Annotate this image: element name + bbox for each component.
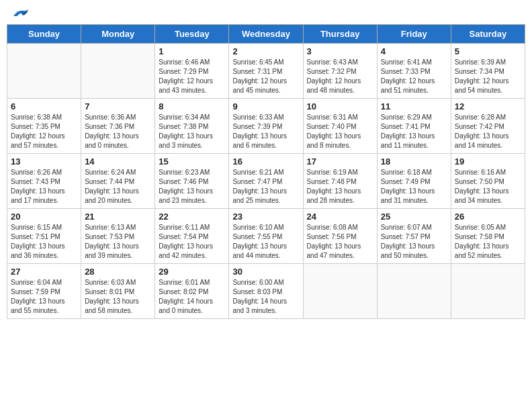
calendar-cell: 1Sunrise: 6:46 AM Sunset: 7:29 PM Daylig… <box>155 44 229 99</box>
calendar-cell: 27Sunrise: 6:04 AM Sunset: 7:59 PM Dayli… <box>7 264 81 319</box>
day-number: 10 <box>307 101 373 111</box>
day-info: Sunrise: 6:18 AM Sunset: 7:49 PM Dayligh… <box>381 168 447 205</box>
calendar-cell <box>7 44 81 99</box>
calendar-cell: 28Sunrise: 6:03 AM Sunset: 8:01 PM Dayli… <box>81 264 155 319</box>
calendar-week-2: 6Sunrise: 6:38 AM Sunset: 7:35 PM Daylig… <box>7 99 525 154</box>
calendar-week-4: 20Sunrise: 6:15 AM Sunset: 7:51 PM Dayli… <box>7 209 525 264</box>
day-header-sunday: Sunday <box>7 25 81 44</box>
day-header-thursday: Thursday <box>303 25 377 44</box>
day-number: 24 <box>307 212 373 222</box>
day-number: 16 <box>232 156 299 167</box>
day-info: Sunrise: 6:39 AM Sunset: 7:34 PM Dayligh… <box>455 58 521 95</box>
calendar-cell <box>377 264 451 319</box>
day-info: Sunrise: 6:10 AM Sunset: 7:55 PM Dayligh… <box>232 223 299 261</box>
calendar-cell: 4Sunrise: 6:41 AM Sunset: 7:33 PM Daylig… <box>377 44 451 99</box>
day-number: 23 <box>232 212 299 222</box>
calendar-week-5: 27Sunrise: 6:04 AM Sunset: 7:59 PM Dayli… <box>7 264 525 319</box>
day-number: 20 <box>11 212 77 222</box>
day-info: Sunrise: 6:36 AM Sunset: 7:36 PM Dayligh… <box>85 113 151 150</box>
calendar-week-3: 13Sunrise: 6:26 AM Sunset: 7:43 PM Dayli… <box>7 154 525 209</box>
day-info: Sunrise: 6:43 AM Sunset: 7:32 PM Dayligh… <box>307 58 373 95</box>
day-number: 15 <box>159 156 225 167</box>
day-number: 8 <box>159 101 225 111</box>
day-info: Sunrise: 6:13 AM Sunset: 7:53 PM Dayligh… <box>85 223 151 261</box>
day-info: Sunrise: 6:41 AM Sunset: 7:33 PM Dayligh… <box>381 58 447 95</box>
day-info: Sunrise: 6:33 AM Sunset: 7:39 PM Dayligh… <box>232 113 299 150</box>
day-number: 7 <box>85 101 151 111</box>
calendar-cell: 21Sunrise: 6:13 AM Sunset: 7:53 PM Dayli… <box>81 209 155 264</box>
day-header-wednesday: Wednesday <box>229 25 303 44</box>
day-info: Sunrise: 6:16 AM Sunset: 7:50 PM Dayligh… <box>455 168 521 205</box>
day-info: Sunrise: 6:04 AM Sunset: 7:59 PM Dayligh… <box>11 278 77 316</box>
calendar-cell: 5Sunrise: 6:39 AM Sunset: 7:34 PM Daylig… <box>451 44 525 99</box>
day-header-monday: Monday <box>81 25 155 44</box>
calendar-cell: 17Sunrise: 6:19 AM Sunset: 7:48 PM Dayli… <box>303 154 377 209</box>
page-header <box>7 7 525 19</box>
calendar-cell: 9Sunrise: 6:33 AM Sunset: 7:39 PM Daylig… <box>229 99 303 154</box>
calendar-cell: 22Sunrise: 6:11 AM Sunset: 7:54 PM Dayli… <box>155 209 229 264</box>
day-info: Sunrise: 6:07 AM Sunset: 7:57 PM Dayligh… <box>381 223 447 261</box>
day-number: 4 <box>381 46 447 56</box>
calendar-cell <box>451 264 525 319</box>
day-info: Sunrise: 6:23 AM Sunset: 7:46 PM Dayligh… <box>159 168 225 205</box>
day-number: 25 <box>381 212 447 222</box>
calendar-cell <box>303 264 377 319</box>
day-number: 17 <box>307 156 373 167</box>
logo <box>9 7 30 19</box>
calendar-cell: 18Sunrise: 6:18 AM Sunset: 7:49 PM Dayli… <box>377 154 451 209</box>
day-info: Sunrise: 6:08 AM Sunset: 7:56 PM Dayligh… <box>307 223 373 261</box>
calendar-cell: 19Sunrise: 6:16 AM Sunset: 7:50 PM Dayli… <box>451 154 525 209</box>
day-number: 14 <box>85 156 151 167</box>
day-number: 3 <box>307 46 373 56</box>
day-number: 19 <box>455 156 521 167</box>
day-info: Sunrise: 6:11 AM Sunset: 7:54 PM Dayligh… <box>159 223 225 261</box>
day-header-tuesday: Tuesday <box>155 25 229 44</box>
day-number: 9 <box>232 101 299 111</box>
day-info: Sunrise: 6:28 AM Sunset: 7:42 PM Dayligh… <box>455 113 521 150</box>
day-info: Sunrise: 6:26 AM Sunset: 7:43 PM Dayligh… <box>11 168 77 205</box>
day-info: Sunrise: 6:05 AM Sunset: 7:58 PM Dayligh… <box>455 223 521 261</box>
day-info: Sunrise: 6:00 AM Sunset: 8:03 PM Dayligh… <box>232 278 299 316</box>
day-number: 6 <box>11 101 77 111</box>
day-info: Sunrise: 6:24 AM Sunset: 7:44 PM Dayligh… <box>85 168 151 205</box>
calendar-cell: 12Sunrise: 6:28 AM Sunset: 7:42 PM Dayli… <box>451 99 525 154</box>
calendar-cell: 6Sunrise: 6:38 AM Sunset: 7:35 PM Daylig… <box>7 99 81 154</box>
calendar-cell: 3Sunrise: 6:43 AM Sunset: 7:32 PM Daylig… <box>303 44 377 99</box>
day-number: 11 <box>381 101 447 111</box>
day-info: Sunrise: 6:31 AM Sunset: 7:40 PM Dayligh… <box>307 113 373 150</box>
day-info: Sunrise: 6:01 AM Sunset: 8:02 PM Dayligh… <box>159 278 225 316</box>
day-info: Sunrise: 6:46 AM Sunset: 7:29 PM Dayligh… <box>159 58 225 95</box>
day-info: Sunrise: 6:29 AM Sunset: 7:41 PM Dayligh… <box>381 113 447 150</box>
calendar-cell: 20Sunrise: 6:15 AM Sunset: 7:51 PM Dayli… <box>7 209 81 264</box>
calendar-table: SundayMondayTuesdayWednesdayThursdayFrid… <box>7 24 525 319</box>
day-number: 30 <box>232 267 299 277</box>
calendar-cell: 14Sunrise: 6:24 AM Sunset: 7:44 PM Dayli… <box>81 154 155 209</box>
day-number: 12 <box>455 101 521 111</box>
day-number: 5 <box>455 46 521 56</box>
calendar-body: 1Sunrise: 6:46 AM Sunset: 7:29 PM Daylig… <box>7 44 525 319</box>
calendar-cell: 7Sunrise: 6:36 AM Sunset: 7:36 PM Daylig… <box>81 99 155 154</box>
calendar-cell: 2Sunrise: 6:45 AM Sunset: 7:31 PM Daylig… <box>229 44 303 99</box>
calendar-header-row: SundayMondayTuesdayWednesdayThursdayFrid… <box>7 25 525 44</box>
day-info: Sunrise: 6:19 AM Sunset: 7:48 PM Dayligh… <box>307 168 373 205</box>
day-number: 26 <box>455 212 521 222</box>
day-header-saturday: Saturday <box>451 25 525 44</box>
calendar-cell: 16Sunrise: 6:21 AM Sunset: 7:47 PM Dayli… <box>229 154 303 209</box>
calendar-cell: 15Sunrise: 6:23 AM Sunset: 7:46 PM Dayli… <box>155 154 229 209</box>
calendar-cell: 10Sunrise: 6:31 AM Sunset: 7:40 PM Dayli… <box>303 99 377 154</box>
day-info: Sunrise: 6:15 AM Sunset: 7:51 PM Dayligh… <box>11 223 77 261</box>
day-header-friday: Friday <box>377 25 451 44</box>
day-number: 13 <box>11 156 77 167</box>
day-number: 2 <box>232 46 299 56</box>
calendar-cell: 25Sunrise: 6:07 AM Sunset: 7:57 PM Dayli… <box>377 209 451 264</box>
calendar-cell: 11Sunrise: 6:29 AM Sunset: 7:41 PM Dayli… <box>377 99 451 154</box>
day-info: Sunrise: 6:21 AM Sunset: 7:47 PM Dayligh… <box>232 168 299 205</box>
day-number: 18 <box>381 156 447 167</box>
calendar-cell <box>81 44 155 99</box>
day-number: 27 <box>11 267 77 277</box>
logo-bird-icon <box>11 7 30 21</box>
calendar-cell: 24Sunrise: 6:08 AM Sunset: 7:56 PM Dayli… <box>303 209 377 264</box>
day-info: Sunrise: 6:45 AM Sunset: 7:31 PM Dayligh… <box>232 58 299 95</box>
day-number: 29 <box>159 267 225 277</box>
day-info: Sunrise: 6:34 AM Sunset: 7:38 PM Dayligh… <box>159 113 225 150</box>
